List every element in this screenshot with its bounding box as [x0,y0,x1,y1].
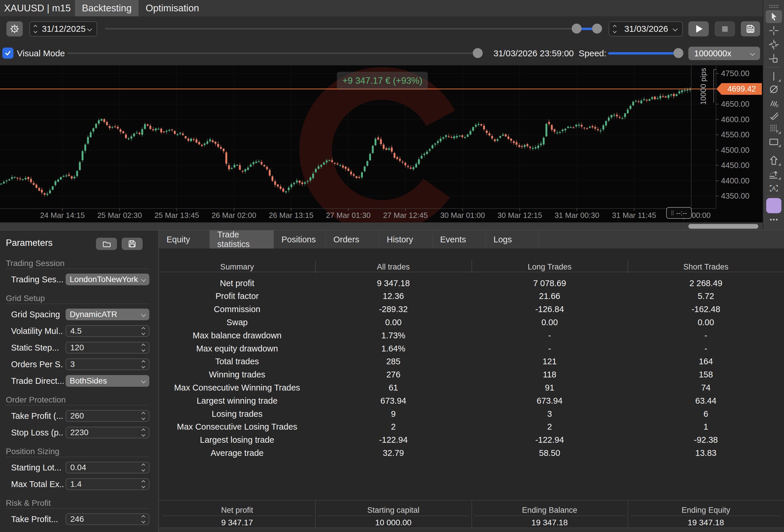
equivolume-tool[interactable]: E [766,97,782,110]
fib-grid-tool[interactable]: F [766,122,782,135]
speed-multiplier-value: 1000000x [694,49,731,58]
crosshair-tool-icon [768,25,779,36]
row-value: 12.36 [383,291,404,301]
param-stepper[interactable]: 4.5 [66,325,149,337]
stepper-arrows-icon[interactable] [142,361,145,368]
tab-orders[interactable]: Orders [326,230,379,249]
param-select[interactable]: LondonToNewYork [66,274,149,285]
start-date-value: 31/12/2025 [40,24,88,34]
chart-scrollbar[interactable] [0,222,763,230]
stop-button[interactable] [715,21,735,36]
scrollbar-thumb[interactable] [688,224,758,229]
speed-slider-track[interactable] [608,52,679,55]
crosshair-tool[interactable] [766,24,782,37]
stepper-arrows-icon[interactable] [142,464,145,471]
speed-multiplier-select[interactable]: 1000000x [688,47,760,60]
settings-button[interactable] [6,21,23,36]
sidebar-divider [766,67,781,67]
cursor-tool[interactable] [766,10,782,23]
chevron-down-icon[interactable] [142,313,145,316]
row-value: 1.64% [382,344,405,354]
date-stepper-arrows[interactable] [613,25,616,33]
tab-logs[interactable]: Logs [486,230,539,249]
start-date-picker[interactable]: 31/12/2025 [29,21,97,36]
stepper-arrows-icon[interactable] [142,429,145,436]
row-value: 7 078.69 [533,279,566,288]
crosshair-box-tool[interactable] [766,53,782,65]
footer-value: 19 347.18 [688,518,724,527]
svg-text:4450.00: 4450.00 [721,161,750,170]
param-value: 260 [70,411,84,421]
section-title: Grid Setup [6,294,45,303]
footer-label: Ending Balance [522,506,577,515]
play-button[interactable] [688,21,709,36]
arrow-shape-tool[interactable] [766,154,782,167]
rectangle-tool[interactable] [766,135,782,148]
section-divider [6,508,150,509]
replay-progress-handle[interactable] [473,48,483,58]
date-stepper-arrows[interactable] [34,25,37,33]
table-row: Largest winning trade673.94673.9463.44 [159,394,784,408]
param-stepper[interactable]: 2230 [66,427,149,438]
vertical-line-tool[interactable] [766,70,782,83]
param-stepper[interactable]: 1.4 [66,478,149,490]
param-stepper[interactable]: 246 [66,513,149,525]
save-button[interactable] [741,21,760,36]
replay-time-tooltip[interactable]: --:-- [666,207,692,219]
param-stepper[interactable]: 0.04 [66,462,149,473]
tab-trade-statistics[interactable]: Trade statistics [210,230,274,249]
footer-label: Ending Equity [682,506,730,515]
param-label: Volatility Mul... [11,326,63,336]
crosshair-sync-tool-icon [768,39,779,50]
tab-optimisation[interactable]: Optimisation [139,0,206,16]
chevron-down-icon[interactable] [142,278,145,281]
stepper-arrows-icon[interactable] [142,481,145,488]
row-value: 13.83 [695,448,717,458]
tab-backtesting[interactable]: Backtesting [75,0,139,16]
row-value: 9 347.18 [377,279,410,288]
replay-progress-track[interactable] [67,53,475,54]
param-stepper[interactable]: 260 [66,410,149,422]
row-value: - [548,344,551,354]
row-label: Total trades [215,357,259,366]
row-value: 63.44 [695,396,717,406]
visual-mode-checkbox[interactable] [2,48,13,59]
end-date-value: 31/03/2026 [619,24,673,34]
param-stepper[interactable]: 3 [66,359,149,370]
row-value: 61 [389,383,398,393]
stepper-arrows-icon[interactable] [142,344,145,351]
load-parameters-button[interactable] [96,238,117,250]
stepper-arrows-icon[interactable] [142,328,145,335]
param-value: 120 [70,343,84,352]
tab-positions[interactable]: Positions [274,230,326,249]
date-range-track[interactable] [105,28,572,29]
range-end-handle[interactable] [592,24,602,33]
crosshair-sync-tool[interactable] [766,38,782,51]
row-value: 3 [547,409,552,419]
sidebar-divider [766,196,781,196]
profit-annotation: +9 347.17 € (+93%) [337,72,428,90]
param-select[interactable]: BothSides [66,375,149,387]
param-select[interactable]: DynamicATR [66,309,149,320]
end-date-picker[interactable]: 31/03/2026 [609,21,683,36]
stepper-arrows-icon[interactable] [142,413,145,419]
more-tools[interactable] [766,213,782,226]
projection-tool[interactable] [766,168,782,181]
table-row: Max balance drawdown1.73%-- [159,329,784,342]
param-value: 2230 [70,428,88,437]
tab-equity[interactable]: Equity [159,230,210,249]
param-label: Starting Lot... [11,463,63,473]
speed-slider-handle[interactable] [673,48,683,58]
ellipse-slash-tool[interactable] [766,83,782,96]
text-tool[interactable]: A [766,182,782,195]
tab-events[interactable]: Events [432,230,486,249]
save-parameters-button[interactable] [122,238,143,250]
angle-lines-tool[interactable] [766,110,782,122]
tab-history[interactable]: History [379,230,432,249]
color-swatch[interactable] [766,198,782,213]
range-start-handle[interactable] [572,24,582,33]
chevron-down-icon[interactable] [142,379,145,383]
stepper-arrows-icon[interactable] [142,516,145,523]
candlestick-chart[interactable]: 4750.004650.004600.004550.004500.004450.… [0,65,763,222]
param-stepper[interactable]: 120 [66,342,149,354]
